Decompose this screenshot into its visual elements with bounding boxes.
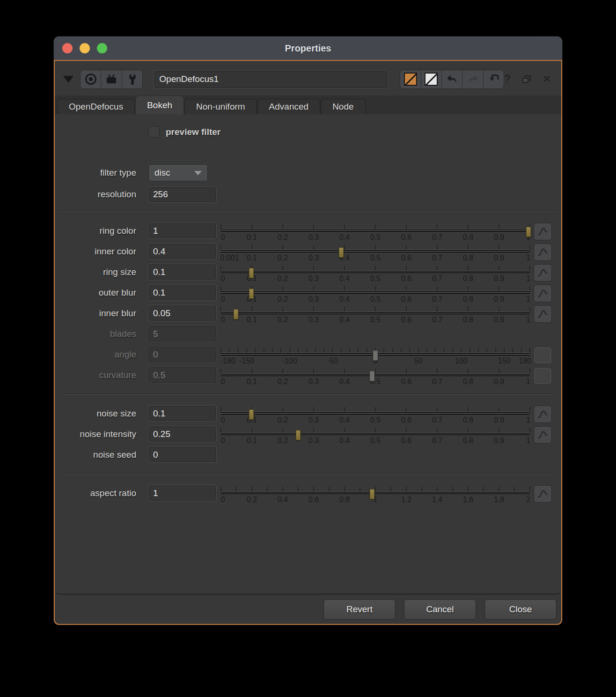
preview-filter-checkbox[interactable] xyxy=(148,126,160,138)
revert-button[interactable]: Revert xyxy=(323,600,396,620)
slider-handle-inner-color[interactable] xyxy=(339,247,344,258)
param-slider-outer-blur[interactable]: 00.10.20.30.40.50.60.70.80.91 xyxy=(221,285,530,305)
curve-editor-button-curvature[interactable] xyxy=(534,367,552,385)
help-icon[interactable]: ? xyxy=(504,73,511,86)
param-row-noise-size: noise size00.10.20.30.40.50.60.70.80.91 xyxy=(55,406,561,426)
center-node-button[interactable] xyxy=(81,70,101,89)
param-input-blades[interactable] xyxy=(148,326,216,341)
curve-editor-button-aspect-ratio[interactable] xyxy=(534,485,552,503)
slider-tick xyxy=(437,286,438,291)
tab-opendefocus[interactable]: OpenDefocus xyxy=(57,99,135,114)
param-input-inner-blur[interactable] xyxy=(148,305,216,321)
slider-tick xyxy=(437,307,438,311)
param-label-inner-color: inner color xyxy=(55,244,143,259)
monitor-button[interactable] xyxy=(101,70,122,89)
slider-tick-label: 0.3 xyxy=(308,437,319,445)
param-input-noise-intensity[interactable] xyxy=(148,426,216,442)
curve-editor-button-inner-blur[interactable] xyxy=(534,305,552,323)
slider-tick-label: 0 xyxy=(221,378,225,386)
collapse-triangle-icon[interactable] xyxy=(63,76,73,83)
resolution-input[interactable] xyxy=(148,187,216,202)
tab-bokeh[interactable]: Bokeh xyxy=(135,96,184,114)
slider-tick xyxy=(251,307,252,311)
slider-tick-label: 1 xyxy=(526,274,530,283)
slider-handle-ring-color[interactable] xyxy=(526,227,531,237)
slider-tick-label: 0.001 xyxy=(220,254,239,262)
param-slider-angle[interactable]: -180-150-100-50050100150180 xyxy=(221,347,530,367)
param-slider-inner-color[interactable]: 0.0010.10.20.30.40.50.60.70.80.91 xyxy=(221,244,530,264)
curve-editor-button-ring-size[interactable] xyxy=(534,264,552,282)
slider-track[interactable] xyxy=(221,373,530,377)
filter-type-dropdown[interactable]: disc xyxy=(148,164,208,181)
slider-track[interactable] xyxy=(221,491,530,495)
slider-handle-angle[interactable] xyxy=(373,350,378,361)
close-panel-icon[interactable]: ✕ xyxy=(543,74,551,85)
redo-button[interactable] xyxy=(462,70,483,89)
param-input-noise-size[interactable] xyxy=(148,406,216,421)
slider-tick-label: 1 xyxy=(526,295,530,304)
slider-handle-curvature[interactable] xyxy=(370,371,375,381)
param-input-curvature[interactable] xyxy=(148,367,216,383)
param-slider-ring-color[interactable]: 00.10.20.30.40.50.60.70.80.91 xyxy=(221,223,530,244)
param-input-outer-blur[interactable] xyxy=(148,285,216,300)
wrench-button[interactable] xyxy=(122,70,142,89)
param-slider-noise-size[interactable]: 00.10.20.30.40.50.60.70.80.91 xyxy=(221,406,530,426)
slider-handle-aspect-ratio[interactable] xyxy=(370,489,375,499)
minimize-window-button[interactable] xyxy=(80,43,90,53)
param-input-ring-size[interactable] xyxy=(148,264,216,280)
curve-editor-button-inner-color[interactable] xyxy=(534,244,552,261)
param-slider-aspect-ratio[interactable]: 00.20.40.60.811.21.41.61.82 xyxy=(221,485,530,506)
slider-track[interactable] xyxy=(221,432,530,436)
tab-node[interactable]: Node xyxy=(321,99,365,114)
param-input-inner-color[interactable] xyxy=(148,244,216,259)
node-name-input[interactable] xyxy=(154,71,388,88)
slider-handle-inner-blur[interactable] xyxy=(233,309,238,319)
revert-node-button[interactable] xyxy=(484,70,504,89)
slider-tick xyxy=(406,428,407,432)
param-row-inner-color: inner color0.0010.10.20.30.40.50.60.70.8… xyxy=(55,244,561,264)
tab-non-uniform[interactable]: Non-uniform xyxy=(184,99,257,114)
slider-tick xyxy=(313,369,314,373)
slider-handle-outer-blur[interactable] xyxy=(249,289,254,299)
curve-editor-button-noise-intensity[interactable] xyxy=(534,426,552,444)
param-slider-curvature[interactable]: 00.10.20.30.40.50.60.70.80.91 xyxy=(221,367,530,388)
param-input-aspect-ratio[interactable] xyxy=(148,485,216,501)
window-titlebar[interactable]: Properties xyxy=(54,37,562,60)
close-window-button[interactable] xyxy=(62,43,73,53)
zoom-window-button[interactable] xyxy=(97,43,107,53)
param-slider-inner-blur[interactable]: 00.10.20.30.40.50.60.70.80.91 xyxy=(221,305,530,326)
slider-handle-noise-intensity[interactable] xyxy=(296,430,301,440)
cancel-button[interactable]: Cancel xyxy=(404,600,476,620)
param-input-noise-seed[interactable] xyxy=(148,447,216,462)
slider-tick-label: 0 xyxy=(221,295,225,304)
param-slider-noise-intensity[interactable]: 00.10.20.30.40.50.60.70.80.91 xyxy=(221,426,530,447)
slider-track[interactable] xyxy=(221,291,530,294)
curve-editor-button-ring-color[interactable] xyxy=(534,223,552,240)
slider-track[interactable] xyxy=(221,250,530,253)
gl-color-button[interactable] xyxy=(421,70,442,89)
slider-handle-noise-size[interactable] xyxy=(249,409,254,420)
curve-editor-button-angle[interactable] xyxy=(534,347,552,364)
slider-track[interactable] xyxy=(221,412,530,415)
slider-tick-label: 0.6 xyxy=(401,274,411,283)
undo-button[interactable] xyxy=(442,70,462,89)
slider-tick-label: 0.4 xyxy=(278,496,288,504)
param-input-ring-color[interactable] xyxy=(148,223,216,238)
slider-track[interactable] xyxy=(221,229,530,232)
slider-tick xyxy=(375,428,376,432)
float-panel-icon[interactable] xyxy=(522,75,531,83)
close-button[interactable]: Close xyxy=(484,600,557,620)
curve-editor-button-noise-size[interactable] xyxy=(534,406,552,423)
slider-tick xyxy=(529,348,530,353)
slider-track[interactable] xyxy=(221,311,530,315)
slider-tick-label: 0.8 xyxy=(463,233,473,242)
slider-handle-ring-size[interactable] xyxy=(249,268,254,278)
tab-advanced[interactable]: Advanced xyxy=(257,99,321,114)
node-color-button[interactable] xyxy=(400,70,421,89)
param-slider-ring-size[interactable]: 00.10.20.30.40.50.60.70.80.91 xyxy=(221,264,530,285)
param-input-angle[interactable] xyxy=(148,347,216,362)
curve-editor-button-outer-blur[interactable] xyxy=(534,285,552,302)
slider-track[interactable] xyxy=(221,270,530,274)
filter-type-label: filter type xyxy=(55,168,143,178)
node-tool-group xyxy=(80,70,143,89)
